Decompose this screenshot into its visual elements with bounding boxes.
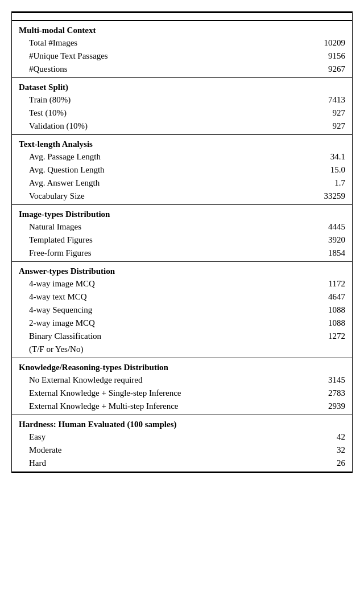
row-label: Avg. Passage Length [12,150,283,163]
section-header-dataset-split: Dataset Split) [12,78,352,94]
row-label: (T/F or Yes/No) [12,343,283,358]
section-header-text-length: Text-length Analysis [12,135,352,151]
section-title-image-types: Image-types Distribution [12,205,283,221]
section-title-text-length: Text-length Analysis [12,135,283,151]
table-row: Avg. Passage Length34.1 [12,150,352,163]
row-value: 32 [283,444,352,457]
section-title-stats-hardness [283,415,352,431]
row-label: Natural Images [12,220,283,233]
row-label: Free-form Figures [12,247,283,262]
table-row: Moderate32 [12,444,352,457]
section-title-stats-text-length [283,135,352,151]
row-value: 34.1 [283,150,352,163]
row-value: 1172 [283,277,352,290]
row-label: Avg. Question Length [12,163,283,177]
section-header-answer-types: Answer-types Distribution [12,262,352,278]
row-value: 33259 [283,190,352,205]
section-title-multimodal: Multi-modal Context [12,20,283,36]
table-row: Validation (10%)927 [12,120,352,135]
section-title-hardness: Hardness: Human Evaluated (100 samples) [12,415,283,431]
table-row: 2-way image MCQ1088 [12,317,352,330]
row-label: 4-way image MCQ [12,277,283,290]
row-label: #Questions [12,63,283,78]
row-value: 10209 [283,36,352,50]
table-row: Train (80%)7413 [12,93,352,106]
row-value: 3920 [283,233,352,247]
row-value [283,343,352,358]
table-row: Natural Images4445 [12,220,352,233]
row-value: 9267 [283,63,352,78]
table-row: (T/F or Yes/No) [12,343,352,358]
row-label: No External Knowledge required [12,374,283,387]
table-row: Binary Classification1272 [12,330,352,343]
table-row: Total #Images10209 [12,36,352,50]
row-value: 26 [283,457,352,472]
table-row: External Knowledge + Single-step Inferen… [12,387,352,400]
table-row: #Unique Text Passages9156 [12,50,352,63]
section-title-answer-types: Answer-types Distribution [12,262,283,278]
table-row: 4-way text MCQ4647 [12,290,352,304]
table-row: Vocabulary Size33259 [12,190,352,205]
section-title-stats-dataset-split [283,78,352,94]
row-value: 3145 [283,374,352,387]
row-label: Test (10%) [12,106,283,120]
row-label: Easy [12,430,283,444]
table-row: Templated Figures3920 [12,233,352,247]
table-row: No External Knowledge required3145 [12,374,352,387]
row-label: 4-way Sequencing [12,304,283,317]
row-label: Hard [12,457,283,472]
row-label: Total #Images [12,36,283,50]
table-row: #Questions9267 [12,63,352,78]
row-label: Binary Classification [12,330,283,343]
stats-table: Multi-modal ContextTotal #Images10209#Un… [12,12,352,473]
section-header-hardness: Hardness: Human Evaluated (100 samples) [12,415,352,431]
table-row: Hard26 [12,457,352,472]
row-label: 4-way text MCQ [12,290,283,304]
row-label: External Knowledge + Multi-step Inferenc… [12,400,283,415]
row-label: Vocabulary Size [12,190,283,205]
row-value: 4445 [283,220,352,233]
row-value: 1854 [283,247,352,262]
row-label: Validation (10%) [12,120,283,135]
section-title-stats-answer-types [283,262,352,278]
table-row: Test (10%)927 [12,106,352,120]
table-row: Avg. Question Length15.0 [12,163,352,177]
section-title-knowledge-reasoning: Knowledge/Reasoning-types Distribution [12,358,283,374]
section-title-stats-image-types [283,205,352,221]
section-title-stats-multimodal [283,20,352,36]
table-row: Easy42 [12,430,352,444]
table-row: Free-form Figures1854 [12,247,352,262]
section-header-image-types: Image-types Distribution [12,205,352,221]
row-value: 42 [283,430,352,444]
table-row: External Knowledge + Multi-step Inferenc… [12,400,352,415]
row-label: Templated Figures [12,233,283,247]
section-header-multimodal: Multi-modal Context [12,20,352,36]
measure-header [12,13,283,20]
row-label: 2-way image MCQ [12,317,283,330]
row-value: 927 [283,106,352,120]
row-value: 4647 [283,290,352,304]
row-value: 9156 [283,50,352,63]
row-value: 1088 [283,317,352,330]
table-row: 4-way image MCQ1172 [12,277,352,290]
section-header-knowledge-reasoning: Knowledge/Reasoning-types Distribution [12,358,352,374]
row-label: #Unique Text Passages [12,50,283,63]
row-value: 2783 [283,387,352,400]
row-value: 7413 [283,93,352,106]
row-value: 1.7 [283,177,352,190]
row-value: 927 [283,120,352,135]
stats-header [283,13,352,20]
section-title-stats-knowledge-reasoning [283,358,352,374]
row-label: Moderate [12,444,283,457]
row-value: 15.0 [283,163,352,177]
row-label: External Knowledge + Single-step Inferen… [12,387,283,400]
table-row: Avg. Answer Length1.7 [12,177,352,190]
table-row: 4-way Sequencing1088 [12,304,352,317]
row-label: Train (80%) [12,93,283,106]
section-title-dataset-split: Dataset Split) [12,78,283,94]
row-value: 1088 [283,304,352,317]
row-label: Avg. Answer Length [12,177,283,190]
row-value: 1272 [283,330,352,343]
row-value: 2939 [283,400,352,415]
